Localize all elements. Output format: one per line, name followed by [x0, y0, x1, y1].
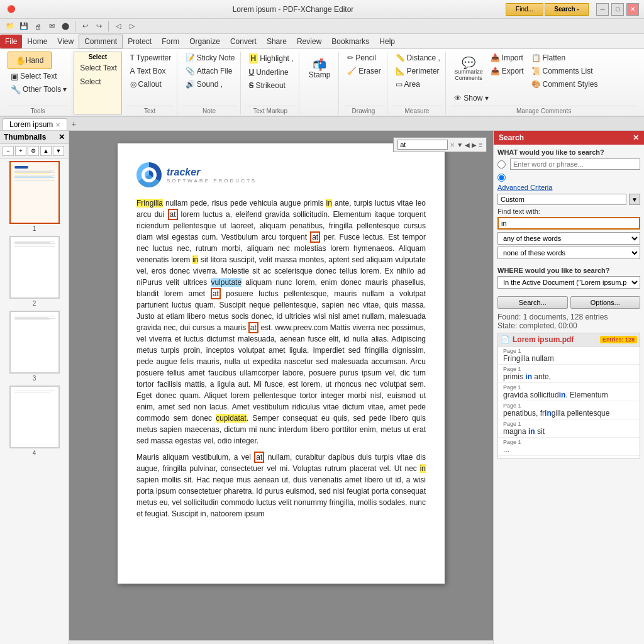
maximize-button[interactable]: □ — [611, 3, 624, 16]
result-entry-2[interactable]: Page 1 primis in ante, — [498, 365, 640, 383]
hand-tool-btn[interactable]: ✋ Hand — [8, 52, 52, 69]
thumb-scroll-up[interactable]: ▲ — [40, 146, 52, 156]
comment-styles-btn[interactable]: 🎨 Comment Styles — [528, 78, 601, 91]
import-btn[interactable]: 📥 Import — [487, 52, 527, 64]
qa-forward-btn[interactable]: ▷ — [126, 21, 138, 32]
qa-undo-btn[interactable]: ↩ — [79, 21, 91, 32]
result-entry-1[interactable]: Page 1 Fringilla nullam — [498, 347, 640, 365]
menu-comment[interactable]: Comment — [79, 35, 123, 48]
show-btn[interactable]: 👁 Show ▾ — [451, 92, 491, 104]
floating-search-options[interactable]: ≡ — [479, 142, 482, 148]
pdf-file-icon: 📄 — [501, 335, 510, 344]
menu-bookmarks[interactable]: Bookmarks — [326, 35, 374, 48]
pdf-page-area[interactable]: ✕ ▼ ◀ ▶ ≡ tracker — [69, 131, 493, 640]
search-phrase-input[interactable] — [510, 158, 640, 170]
sound-btn[interactable]: 🔊 Sound , — [182, 78, 226, 91]
thumbnails-close[interactable]: ✕ — [58, 133, 65, 142]
menu-share[interactable]: Share — [262, 35, 292, 48]
result-entry-3[interactable]: Page 1 gravida sollicitudin. Elementum — [498, 383, 640, 401]
qa-file-btn[interactable]: 📁 — [4, 21, 16, 32]
perimeter-btn[interactable]: 📐 Perimeter — [392, 65, 443, 77]
stamp-btn[interactable]: 📬 Stamp — [304, 52, 335, 86]
comments-list-btn[interactable]: 📜 Comments List — [528, 65, 601, 77]
menu-review[interactable]: Review — [292, 35, 326, 48]
qa-print-btn[interactable]: 🖨 — [31, 21, 44, 32]
result-entry-5[interactable]: Page 1 magna in sit — [498, 419, 640, 438]
attach-file-btn[interactable]: 📎 Attach File — [182, 65, 236, 77]
qa-back-btn[interactable]: ◁ — [112, 21, 125, 32]
menu-view[interactable]: View — [52, 35, 79, 48]
thumb-options[interactable]: ⚙ — [28, 146, 39, 156]
document-tab-lorem-ipsum[interactable]: Lorem ipsum ✕ — [3, 118, 67, 130]
thumb-add[interactable]: + — [15, 146, 26, 156]
minimize-button[interactable]: ─ — [596, 3, 609, 16]
area-btn[interactable]: ▭ Area — [392, 78, 423, 91]
floating-search-dropdown[interactable]: ▼ — [457, 142, 463, 148]
thumbnail-page-1[interactable]: 1 — [3, 161, 66, 232]
summarize-icon: 💬 — [462, 57, 475, 69]
search-execute-btn[interactable]: Search... — [497, 296, 568, 309]
callout-btn[interactable]: ◎ Callout — [127, 78, 165, 91]
thumbnail-page-2[interactable]: 2 — [3, 236, 66, 307]
result-entry-4[interactable]: Page 1 penatibus, fringilla pellentesque — [498, 401, 640, 419]
advanced-radio-btn[interactable] — [497, 174, 506, 182]
highlight-btn[interactable]: H Highlight , — [246, 52, 297, 65]
search-panel: Search ✕ WHAT would you like to search? … — [493, 131, 644, 644]
any-words-dropdown[interactable]: any of these words — [497, 232, 640, 245]
search-radio-btn[interactable] — [497, 160, 506, 169]
strikeout-btn[interactable]: S Strikeout — [246, 79, 289, 92]
qa-redo-btn[interactable]: ↪ — [92, 21, 105, 32]
ribbon-group-measure: 📏 Distance , 📐 Perimeter ▭ Area Measure — [389, 52, 447, 114]
menu-home[interactable]: Home — [22, 35, 52, 48]
summarize-comments-btn[interactable]: 💬 SummarizeComments — [451, 52, 486, 86]
search-panel-close[interactable]: ✕ — [633, 133, 639, 142]
export-btn[interactable]: 📤 Export — [487, 65, 527, 77]
qa-save-btn[interactable]: 💾 — [18, 21, 30, 32]
search-options-btn[interactable]: Options... — [570, 296, 641, 309]
floating-search-next[interactable]: ▶ — [472, 142, 477, 148]
select-dropdown-btn[interactable]: Select — [77, 75, 118, 88]
comments-list-icon: 📜 — [531, 67, 541, 75]
thumbnail-num-4: 4 — [33, 450, 36, 457]
other-tools-btn[interactable]: 🔧 Other Tools ▾ — [8, 83, 70, 96]
floating-search-clear[interactable]: ✕ — [450, 142, 455, 148]
menu-form[interactable]: Form — [157, 35, 184, 48]
where-dropdown[interactable]: In the Active Document ("Lorem ipsum.pdf… — [497, 276, 640, 289]
text-box-btn[interactable]: A Text Box — [127, 65, 169, 77]
pencil-btn[interactable]: ✏ Pencil — [344, 52, 379, 64]
result-entry-6[interactable]: Page 1 ... — [498, 438, 640, 456]
find-ribbon-btn[interactable]: Find... — [506, 3, 543, 16]
menu-organize[interactable]: Organize — [184, 35, 225, 48]
find-text-input[interactable] — [497, 217, 640, 230]
thumb-scroll-down[interactable]: ▼ — [53, 146, 64, 156]
select-text-btn[interactable]: ▣ Select Text — [8, 70, 60, 82]
select-text-dropdown-btn[interactable]: Select Text — [77, 62, 118, 74]
what-label: WHAT would you like to search? — [497, 148, 640, 156]
thumb-zoom-out[interactable]: − — [3, 146, 14, 156]
advanced-criteria-link[interactable]: Advanced Criteria — [497, 184, 640, 191]
menu-help[interactable]: Help — [374, 35, 400, 48]
close-button[interactable]: ✕ — [626, 3, 639, 16]
custom-options-btn[interactable]: ▼ — [629, 194, 640, 205]
thumbnail-page-4[interactable]: 4 — [3, 386, 66, 457]
typewriter-btn[interactable]: T Typewriter — [127, 52, 175, 64]
qa-options-btn[interactable]: ⬤ — [59, 21, 72, 32]
tab-close-btn[interactable]: ✕ — [55, 121, 60, 128]
qa-email-btn[interactable]: ✉ — [45, 21, 58, 32]
menu-protect[interactable]: Protect — [123, 35, 157, 48]
search-ribbon-btn[interactable]: Search - — [545, 3, 589, 16]
distance-btn[interactable]: 📏 Distance , — [392, 52, 443, 64]
thumbnail-page-3[interactable]: 3 — [3, 311, 66, 382]
menu-file[interactable]: File — [0, 35, 22, 48]
flatten-btn[interactable]: 📋 Flatten — [528, 52, 601, 64]
new-tab-btn[interactable]: + — [67, 118, 80, 130]
none-words-dropdown[interactable]: none of these words — [497, 247, 640, 259]
menu-convert[interactable]: Convert — [225, 35, 262, 48]
result-file-item[interactable]: 📄 Lorem ipsum.pdf Entries: 128 — [498, 333, 640, 347]
floating-search-input[interactable] — [397, 140, 448, 150]
floating-search-prev[interactable]: ◀ — [465, 142, 470, 148]
custom-input[interactable] — [497, 194, 626, 205]
sticky-note-btn[interactable]: 📝 Sticky Note — [182, 52, 238, 64]
underline-btn[interactable]: U Underline — [246, 66, 292, 79]
eraser-btn[interactable]: 🧹 Eraser — [344, 65, 384, 77]
